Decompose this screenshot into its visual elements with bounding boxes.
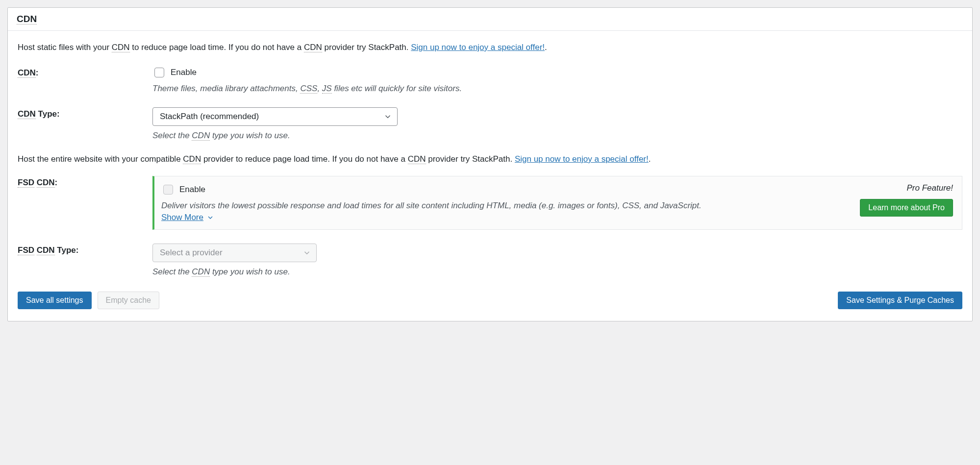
show-more-link[interactable]: Show More bbox=[161, 213, 214, 222]
cdn-settings-panel: CDN Host static files with your CDN to r… bbox=[7, 7, 973, 321]
signup-link-2[interactable]: Sign up now to enjoy a special offer! bbox=[515, 154, 649, 164]
fsd-abbr: FSD bbox=[18, 178, 34, 188]
cdn-abbr: CDN bbox=[408, 154, 426, 164]
cdn-enable-desc: Theme files, media library attachments, … bbox=[152, 84, 962, 94]
cdn-enable-row: CDN: Enable Theme files, media library a… bbox=[18, 66, 962, 94]
fsd-cdn-row: FSD CDN: Enable Deliver visitors the low… bbox=[18, 176, 962, 230]
fsd-cdn-field: Enable Deliver visitors the lowest possi… bbox=[152, 176, 962, 230]
actions-bar: Save all settings Empty cache Save Setti… bbox=[18, 292, 962, 309]
cdn-abbr: CDN bbox=[37, 245, 55, 255]
cdn-enable-field: Enable Theme files, media library attach… bbox=[152, 66, 962, 94]
chevron-down-icon bbox=[302, 248, 311, 257]
fsd-desc: Deliver visitors the lowest possible res… bbox=[161, 201, 850, 211]
cdn-type-selected: StackPath (recommended) bbox=[160, 112, 259, 122]
cdn-enable-label: CDN: bbox=[18, 66, 152, 78]
cdn-type-field: StackPath (recommended) Select the CDN t… bbox=[152, 107, 962, 141]
intro-text: Host static files with your CDN to reduc… bbox=[18, 43, 962, 52]
cdn-type-row: CDN Type: StackPath (recommended) Select… bbox=[18, 107, 962, 141]
pro-box-left: Enable Deliver visitors the lowest possi… bbox=[161, 183, 850, 222]
cdn-abbr: CDN bbox=[304, 43, 322, 52]
chevron-down-icon bbox=[383, 112, 392, 121]
cdn-enable-checkbox[interactable] bbox=[154, 68, 164, 77]
save-purge-button[interactable]: Save Settings & Purge Caches bbox=[838, 292, 962, 309]
panel-body: Host static files with your CDN to reduc… bbox=[8, 31, 972, 321]
cdn-type-desc: Select the CDN type you wish to use. bbox=[152, 131, 962, 141]
actions-left: Save all settings Empty cache bbox=[18, 292, 159, 309]
fsd-cdn-type-field: Select a provider Select the CDN type yo… bbox=[152, 244, 962, 277]
cdn-abbr: CDN bbox=[17, 14, 37, 24]
fsd-cdn-type-label: FSD CDN Type: bbox=[18, 244, 152, 255]
fsd-enable-checkbox bbox=[163, 185, 173, 195]
cdn-abbr: CDN bbox=[18, 109, 36, 119]
fsd-abbr: FSD bbox=[18, 245, 34, 255]
cdn-abbr: CDN bbox=[18, 68, 36, 78]
enable-text: Enable bbox=[171, 68, 197, 77]
cdn-abbr: CDN bbox=[112, 43, 130, 52]
cdn-enable-checkbox-label[interactable]: Enable bbox=[152, 66, 962, 79]
actions-right: Save Settings & Purge Caches bbox=[838, 292, 962, 309]
pro-box-right: Pro Feature! Learn more about Pro bbox=[860, 183, 953, 222]
css-abbr: CSS bbox=[300, 84, 317, 94]
save-all-settings-button[interactable]: Save all settings bbox=[18, 292, 92, 309]
fsd-cdn-type-row: FSD CDN Type: Select a provider Select t… bbox=[18, 244, 962, 277]
fsd-cdn-type-select: Select a provider bbox=[152, 244, 317, 262]
chevron-down-icon bbox=[206, 214, 214, 221]
section2-text: Host the entire website with your compat… bbox=[18, 154, 962, 164]
enable-text: Enable bbox=[179, 185, 205, 195]
pro-feature-box: Enable Deliver visitors the lowest possi… bbox=[152, 176, 962, 230]
learn-more-pro-button[interactable]: Learn more about Pro bbox=[860, 199, 953, 217]
cdn-abbr: CDN bbox=[192, 267, 210, 277]
fsd-cdn-label: FSD CDN: bbox=[18, 176, 152, 188]
js-abbr: JS bbox=[322, 84, 332, 94]
cdn-type-select[interactable]: StackPath (recommended) bbox=[152, 107, 398, 126]
cdn-abbr: CDN bbox=[37, 178, 55, 188]
cdn-abbr: CDN bbox=[192, 131, 210, 141]
signup-link[interactable]: Sign up now to enjoy a special offer! bbox=[411, 43, 545, 52]
panel-header: CDN bbox=[8, 8, 972, 31]
empty-cache-button: Empty cache bbox=[98, 292, 159, 309]
fsd-cdn-type-desc: Select the CDN type you wish to use. bbox=[152, 267, 962, 277]
panel-title: CDN bbox=[17, 14, 963, 24]
cdn-type-label: CDN Type: bbox=[18, 107, 152, 119]
cdn-abbr: CDN bbox=[183, 154, 201, 164]
pro-feature-text: Pro Feature! bbox=[860, 183, 953, 193]
fsd-cdn-type-placeholder: Select a provider bbox=[160, 248, 223, 258]
fsd-enable-checkbox-label: Enable bbox=[161, 183, 850, 196]
